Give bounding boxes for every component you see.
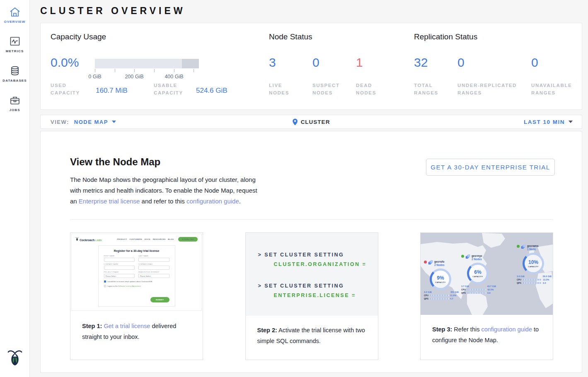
sidebar-item-databases[interactable]: DATABASES	[0, 65, 29, 82]
capacity-gauge-bar	[95, 59, 199, 68]
qps-value: 4.7	[450, 297, 453, 300]
live-nodes-label: LIVE NODES	[269, 82, 302, 97]
enterprise-trial-license-link[interactable]: Enterprise trial license	[79, 198, 140, 205]
region-label: geo=ams	[527, 244, 538, 248]
sidebar-item-metrics[interactable]: METRICS	[0, 36, 29, 53]
total-ranges-label: TOTAL RANGES	[414, 82, 447, 97]
download-pill: DOWNLOAD	[178, 237, 198, 242]
sidebar: OVERVIEW METRICS DATABASES JOBS	[0, 0, 30, 377]
node-status-title: Node Status	[269, 32, 312, 41]
region-label: geo=sfo	[434, 260, 445, 263]
cockroach-labs-brand: Cockroach LABS	[75, 237, 102, 242]
cpu-bar	[431, 295, 449, 296]
node-count: 2 Nodes	[434, 263, 445, 267]
node-cube-icon	[465, 254, 470, 259]
field-label: COMPANY EMAIL	[138, 263, 169, 265]
usable-capacity-label: USABLE CAPACITY	[154, 82, 192, 97]
qps-value: 0.4	[543, 282, 546, 284]
total-gib: 36.6 GiB	[542, 275, 552, 278]
usable-capacity-value: 524.6 GiB	[196, 87, 227, 95]
get-trial-license-link[interactable]: Get a trial license	[104, 323, 150, 329]
step3-caption: Step 3: Refer this configuration guide t…	[421, 315, 553, 346]
dead-nodes-label: DEAD NODES	[356, 82, 389, 97]
description-text: and refer to this	[140, 198, 186, 205]
nav-product: PRODUCT	[117, 238, 127, 240]
description-text: .	[239, 198, 241, 205]
capacity-label: CAPACITY	[528, 266, 538, 268]
step2-caption: Step 2: Activate the trial license with …	[246, 316, 378, 346]
registration-site-thumbnail: Cockroach LABS PRODUCT CUSTOMERS DOCS RE…	[71, 234, 202, 311]
view-bar: VIEW: NODE MAP CLUSTER LAST 10 MIN	[40, 115, 582, 129]
checkbox-checked-icon	[104, 280, 106, 283]
nav-blog: BLOG	[168, 238, 174, 240]
field-label: COMPANY NAME	[104, 263, 135, 265]
nav-docs: DOCS	[145, 238, 150, 240]
sql-setting-line: ENTERPRISE.LICENSE =	[274, 292, 378, 298]
suspect-nodes-label: SUSPECT NODES	[312, 82, 346, 97]
qps-label: QPS	[461, 292, 467, 294]
node-count: 2 Nodes	[472, 258, 482, 261]
capacity-usage-title: Capacity Usage	[51, 32, 106, 41]
node-badge-sfo: geo=sfo2 Nodes 9% CAPACITY 3.2 GiB351 Gi…	[424, 260, 459, 300]
node-map-preview: geo=sfo2 Nodes 9% CAPACITY 3.2 GiB351 Gi…	[421, 233, 553, 315]
capacity-label: CAPACITY	[435, 281, 445, 283]
step3-text: Refer this	[452, 326, 481, 333]
steps-row: Cockroach LABS PRODUCT CUSTOMERS DOCS RE…	[70, 232, 553, 360]
company-name-input	[104, 266, 135, 270]
sidebar-item-jobs[interactable]: JOBS	[0, 95, 29, 112]
configuration-guide-link[interactable]: configuration guide	[481, 326, 532, 333]
step1-caption: Step 1: Get a trial license delivered st…	[70, 312, 203, 342]
email-updates-checkbox-row: I would like to receive email updates ab…	[104, 280, 169, 283]
scope-label: CLUSTER	[301, 119, 330, 125]
sidebar-item-overview[interactable]: OVERVIEW	[0, 7, 29, 24]
form-title: Register for a 30-day trial license	[104, 249, 169, 252]
step1-label: Step 1:	[82, 323, 102, 329]
node-cube-icon	[521, 244, 526, 249]
project-phase-select: Please Select	[104, 274, 135, 278]
cluster-summary-panel: Capacity Usage 0.0% 0 GiB 200 GiB 400 Gi…	[40, 23, 582, 110]
view-selector-dropdown[interactable]: NODE MAP	[74, 119, 116, 125]
field-label: PROJECT PHASE	[104, 271, 135, 273]
cpu-bar	[468, 289, 486, 290]
capacity-percent: 0.0%	[51, 56, 79, 70]
section-divider	[70, 219, 553, 220]
total-gib: 43.7 GiB	[487, 285, 496, 288]
get-trial-button[interactable]: GET A 30-DAY ENTERPRISE TRIAL	[426, 159, 555, 176]
unavailable-label: UNAVAILABLE RANGES	[531, 82, 577, 97]
capacity-ring-gauge: 10% CAPACITY	[523, 253, 544, 274]
replication-status-title: Replication Status	[414, 32, 477, 41]
region-label: geo=nyc	[472, 254, 482, 258]
node-map-description: The Node Map shows the geographical layo…	[70, 174, 261, 207]
total-gib: 351 GiB	[450, 291, 459, 293]
total-ranges-value: 32	[414, 56, 428, 70]
trial-registration-form: Register for a 30-day trial license FIRS…	[98, 245, 175, 307]
capacity-percent: 6%	[474, 269, 481, 275]
used-gib: 3.2 GiB	[424, 291, 432, 293]
field-label: FIRST NAME	[104, 255, 135, 257]
sidebar-item-label: METRICS	[6, 49, 24, 53]
node-live-dot	[461, 255, 464, 258]
node-dead-dot	[424, 261, 427, 263]
cpu-value: 11.0%	[450, 294, 456, 297]
step3-label: Step 3:	[432, 326, 452, 333]
scope-breadcrumb: CLUSTER	[293, 118, 330, 126]
submit-pill: SUBMIT	[150, 297, 169, 302]
node-map-panel: View the Node Map The Node Map shows the…	[40, 131, 582, 373]
qps-label: QPS	[517, 282, 522, 284]
capacity-percent: 9%	[437, 275, 444, 281]
cpu-label: CPU	[424, 294, 429, 297]
qps-label: QPS	[424, 297, 429, 300]
last-name-input	[138, 258, 169, 262]
time-range-dropdown[interactable]: LAST 10 MIN	[524, 119, 573, 125]
dead-nodes-value: 1	[356, 56, 363, 70]
used-gib: 3.7 GiB	[461, 285, 469, 288]
home-icon	[9, 7, 21, 17]
step1-card: Cockroach LABS PRODUCT CUSTOMERS DOCS RE…	[70, 232, 203, 360]
configuration-guide-link[interactable]: configuration guide	[186, 198, 239, 205]
cpu-label: CPU	[517, 278, 522, 281]
tick-label-0: 0 GiB	[88, 74, 101, 80]
step2-label: Step 2:	[257, 327, 277, 334]
node-live-dot	[517, 245, 520, 248]
field-label: REASON FOR INTEREST	[138, 271, 169, 273]
used-capacity-value: 160.7 MiB	[96, 87, 128, 95]
